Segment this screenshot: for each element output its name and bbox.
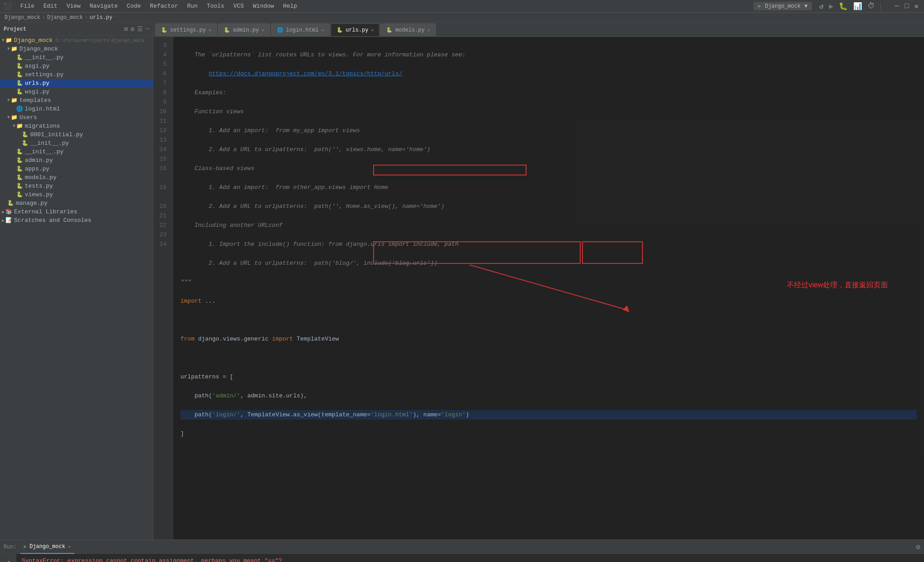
code-line-6: Function views	[180, 107, 917, 116]
run-config-chevron: ▼	[804, 3, 808, 9]
bottom-panel: Run: ▶ Django_mock ✕ ⚙ ↺ ▲ ■ ▼ ☰ ⇅ 📌 Syn…	[0, 539, 924, 562]
tab-close-urls[interactable]: ✕	[371, 28, 374, 33]
run-icon-small: ▶	[24, 544, 27, 549]
sidebar-icon-external[interactable]: ⊞	[124, 25, 128, 33]
minimize-icon[interactable]: ─	[893, 1, 901, 11]
run-config-dropdown[interactable]: ▶ Django_mock ▼	[753, 2, 812, 10]
close-icon[interactable]: ✕	[912, 1, 920, 12]
py-file-icon: 🐍	[16, 54, 23, 61]
sidebar-item-templates[interactable]: ▼ 📁 templates	[0, 96, 153, 105]
expand-arrow: ▶	[2, 209, 5, 215]
sidebar-item-label: tests.py	[25, 183, 53, 189]
sidebar-item-label: urls.py	[25, 80, 50, 87]
tab-label: login.html	[286, 27, 319, 33]
sidebar-item-login-html[interactable]: 🌐 login.html	[0, 105, 153, 113]
sidebar-item-init-py-3[interactable]: 🐍 __init__.py	[0, 147, 153, 156]
py-file-icon: 🐍	[16, 71, 23, 78]
tab-close-admin[interactable]: ✕	[262, 28, 264, 33]
tab-py-icon: 🐍	[161, 27, 167, 33]
menu-view[interactable]: View	[63, 2, 84, 10]
code-editor[interactable]: 3 4 5 6 7 8 9 10 11 12 13 14 15 16 18 20…	[153, 37, 924, 539]
sidebar-item-manage-py[interactable]: 🐍 manage.py	[0, 199, 153, 207]
sidebar-icon-minimize[interactable]: ─	[146, 25, 149, 33]
sidebar: Project ⊞ ⚙ ☰ ─ ▼ 📁 Django_mock D:\Pycha…	[0, 23, 153, 539]
code-line-16: import ...	[180, 296, 917, 306]
code-line-8: 2. Add a URL to urlpatterns: path('', vi…	[180, 145, 917, 154]
sidebar-item-external-libs[interactable]: ▶ 📚 External Libraries	[0, 207, 153, 216]
rerun-icon[interactable]: ↺	[4, 557, 11, 562]
breadcrumb-sep-1: ›	[42, 14, 45, 21]
menu-help[interactable]: Help	[279, 2, 300, 10]
profile-icon[interactable]: ⏱	[866, 1, 877, 11]
tab-models[interactable]: 🐍 models.py ✕	[380, 23, 436, 36]
menu-window[interactable]: Window	[249, 2, 278, 10]
menu-vcs[interactable]: VCS	[230, 2, 247, 10]
debug-icon[interactable]: 🐛	[837, 1, 850, 12]
menu-code[interactable]: Code	[123, 2, 144, 10]
breadcrumb-sep-2: ›	[85, 14, 88, 21]
editor-area: 🐍 settings.py ✕ 🐍 admin.py ✕ 🌐 login.htm…	[153, 23, 924, 539]
tab-admin[interactable]: 🐍 admin.py ✕	[218, 23, 270, 36]
run-icon[interactable]: ▶	[827, 1, 836, 12]
tab-close-settings[interactable]: ✕	[208, 28, 211, 33]
terminal-content: SyntaxError: expression cannot contain a…	[16, 554, 924, 562]
sidebar-item-init-py-1[interactable]: 🐍 __init__.py	[0, 53, 153, 62]
sidebar-icon-gear[interactable]: ☰	[137, 25, 143, 33]
tab-close-login[interactable]: ✕	[321, 28, 324, 33]
sidebar-item-django-mock-root[interactable]: ▼ 📁 Django_mock D:\PycharmProjects\Djang…	[0, 36, 153, 45]
tab-html-icon: 🌐	[277, 27, 283, 33]
sidebar-item-apps-py[interactable]: 🐍 apps.py	[0, 165, 153, 173]
expand-arrow: ▼	[13, 124, 15, 129]
sidebar-item-init-py-2[interactable]: 🐍 __init__.py	[0, 139, 153, 147]
py-file-icon: 🐍	[16, 80, 23, 87]
sidebar-item-label: __init__.py	[25, 54, 64, 61]
code-line-9: Class-based views	[180, 164, 917, 173]
breadcrumb-root: Django_mock	[5, 14, 40, 21]
sidebar-item-settings[interactable]: 🐍 settings.py	[0, 70, 153, 79]
sidebar-item-models-py[interactable]: 🐍 models.py	[0, 173, 153, 182]
tab-settings[interactable]: 🐍 settings.py ✕	[155, 23, 217, 36]
sidebar-item-wsgi[interactable]: 🐍 wsgi.py	[0, 88, 153, 96]
sidebar-item-tests-py[interactable]: 🐍 tests.py	[0, 182, 153, 190]
menu-refactor[interactable]: Refactor	[146, 2, 181, 10]
line-num-6: 6	[153, 69, 169, 78]
sidebar-item-views-py[interactable]: 🐍 views.py	[0, 190, 153, 199]
menu-run[interactable]: Run	[184, 2, 201, 10]
sidebar-item-users[interactable]: ▼ 📁 Users	[0, 113, 153, 122]
sidebar-icon-settings[interactable]: ⚙	[130, 25, 134, 33]
sidebar-item-label: admin.py	[25, 157, 53, 164]
tab-close-models[interactable]: ✕	[427, 28, 430, 33]
sidebar-item-label: External Libraries	[14, 208, 77, 215]
breadcrumb-file: urls.py	[90, 14, 112, 21]
bottom-tab-django-mock[interactable]: ▶ Django_mock ✕	[20, 540, 74, 554]
menu-edit[interactable]: Edit	[40, 2, 61, 10]
sidebar-item-migrations[interactable]: ▼ 📁 migrations	[0, 122, 153, 130]
sidebar-item-admin-py[interactable]: 🐍 admin.py	[0, 156, 153, 165]
code-content[interactable]: The `urlpatterns` list routes URLs to vi…	[173, 37, 924, 539]
line-num-16: 16	[153, 164, 169, 173]
titlebar: Django_mock › Django_mock › urls.py	[0, 13, 924, 23]
sidebar-item-label: settings.py	[25, 71, 64, 78]
main-layout: Project ⊞ ⚙ ☰ ─ ▼ 📁 Django_mock D:\Pycha…	[0, 23, 924, 539]
run-config-label: Django_mock	[765, 3, 800, 9]
settings-icon-bottom[interactable]: ⚙	[916, 543, 920, 552]
sidebar-item-scratches[interactable]: ▶ 📝 Scratches and Consoles	[0, 216, 153, 225]
sidebar-item-label: manage.py	[16, 200, 47, 207]
menu-tools[interactable]: Tools	[203, 2, 228, 10]
tab-login[interactable]: 🌐 login.html ✕	[271, 23, 330, 36]
menu-navigate[interactable]: Navigate	[86, 2, 121, 10]
folder-icon: 📁	[16, 123, 23, 129]
line-num-24: 24	[153, 240, 169, 249]
sidebar-item-urls[interactable]: 🐍 urls.py	[0, 79, 153, 88]
sidebar-item-django-mock-inner[interactable]: ▼ 📁 Django_mock	[0, 45, 153, 53]
maximize-icon[interactable]: □	[903, 1, 911, 11]
sidebar-item-label: asgi.py	[25, 63, 50, 69]
refresh-icon[interactable]: ↺	[818, 1, 826, 12]
sidebar-item-0001-initial[interactable]: 🐍 0001_initial.py	[0, 130, 153, 139]
tab-urls[interactable]: 🐍 urls.py ✕	[331, 23, 379, 36]
coverage-icon[interactable]: 📊	[851, 1, 864, 12]
line-num-18: 18	[153, 183, 169, 192]
bottom-tab-close[interactable]: ✕	[68, 544, 71, 549]
sidebar-item-asgi[interactable]: 🐍 asgi.py	[0, 62, 153, 70]
menu-file[interactable]: File	[17, 2, 38, 10]
